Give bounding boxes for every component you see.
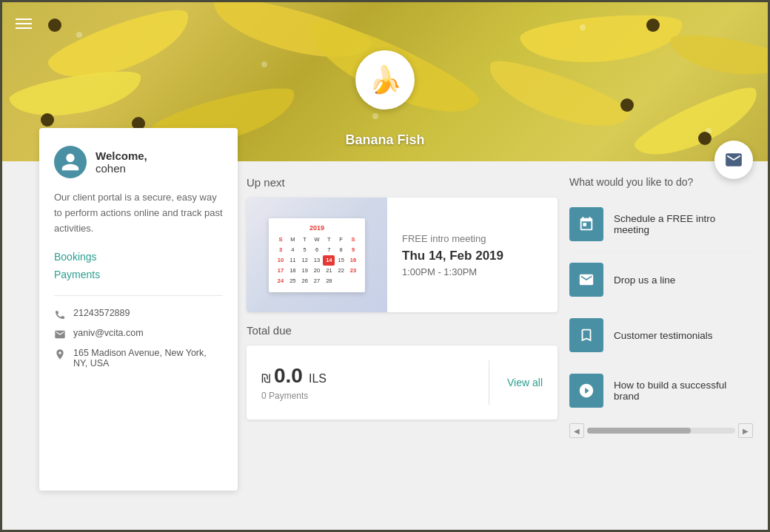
scroll-thumb	[587, 428, 691, 434]
action-item-testimonials[interactable]: Customer testimonials	[569, 308, 753, 363]
brand-name: Banana Fish	[345, 132, 424, 148]
email-icon-box	[569, 263, 603, 297]
email-contact: yaniv@vcita.com	[54, 328, 223, 340]
currency-symbol: ₪	[261, 371, 271, 385]
schedule-label: Schedule a FREE intro meeting	[614, 213, 753, 235]
vertical-divider	[489, 360, 489, 405]
address-contact: 165 Madison Avenue, New York, NY, USA	[54, 348, 223, 368]
up-next-title: Up next	[247, 176, 558, 189]
email-value: yaniv@vcita.com	[73, 328, 144, 338]
user-icon	[60, 152, 81, 172]
currency-code: ILS	[309, 372, 327, 385]
calendar-visual: 2019 SMT WTFS 345 6789 10	[247, 198, 387, 312]
action-item-schedule[interactable]: Schedule a FREE intro meeting	[569, 197, 753, 252]
calendar-grid: 2019 SMT WTFS 345 6789 10	[269, 218, 365, 292]
amount-row: ₪ 0.0 ILS	[261, 364, 471, 388]
avatar	[54, 146, 87, 178]
calendar-icon	[578, 216, 595, 232]
appointment-label: FREE intro meeting	[402, 233, 503, 244]
bookmark-icon	[578, 327, 595, 343]
up-next-section: Up next 2019 SMT WTFS	[247, 176, 558, 519]
appointment-info: FREE intro meeting Thu 14, Feb 2019 1:00…	[387, 198, 518, 312]
user-section: Welcome, cohen	[54, 146, 223, 178]
scroll-track[interactable]	[587, 428, 735, 434]
address-value: 165 Madison Avenue, New York, NY, USA	[73, 348, 223, 368]
email-fab-icon	[724, 150, 743, 169]
portal-description: Our client portal is a secure, easy way …	[54, 190, 223, 236]
appointment-card: 2019 SMT WTFS 345 6789 10	[247, 198, 558, 312]
app-container: 🍌 Banana Fish Welcome, cohen	[0, 0, 770, 532]
appointment-image: 2019 SMT WTFS 345 6789 10	[247, 198, 387, 312]
action-item-brand[interactable]: How to build a successful brand	[569, 363, 753, 419]
brand-logo: 🍌	[355, 50, 415, 110]
phone-icon	[54, 309, 66, 320]
bookings-link[interactable]: Bookings	[54, 251, 223, 263]
phone-contact: 21243572889	[54, 308, 223, 320]
scroll-bar: ◀ ▶	[569, 423, 753, 438]
sidebar-divider	[54, 295, 223, 296]
view-all-button[interactable]: View all	[507, 377, 543, 388]
testimonials-label: Customer testimonials	[614, 330, 713, 341]
phone-value: 21243572889	[73, 308, 130, 318]
sidebar-card: Welcome, cohen Our client portal is a se…	[39, 128, 238, 491]
email-action-icon	[578, 272, 595, 288]
actions-panel: What would you like to do? Schedule a FR…	[569, 176, 753, 519]
payment-count: 0 Payments	[261, 391, 471, 401]
logo-emoji: 🍌	[369, 64, 402, 95]
email-fab-button[interactable]	[714, 141, 753, 179]
payment-info: ₪ 0.0 ILS 0 Payments	[261, 364, 471, 401]
play-icon-box	[569, 374, 603, 408]
testimonials-icon-box	[569, 318, 603, 352]
action-item-contact[interactable]: Drop us a line	[569, 252, 753, 308]
menu-icon[interactable]	[16, 16, 32, 32]
amount-value: 0.0	[274, 364, 303, 388]
contact-label: Drop us a line	[614, 275, 675, 286]
actions-question: What would you like to do?	[569, 176, 753, 188]
total-due-card: ₪ 0.0 ILS 0 Payments View all	[247, 346, 558, 420]
welcome-text: Welcome, cohen	[96, 149, 147, 175]
mail-icon	[54, 329, 66, 340]
play-icon	[578, 383, 595, 399]
scroll-left-arrow[interactable]: ◀	[569, 423, 584, 438]
brand-label: How to build a successful brand	[614, 380, 753, 402]
total-due-title: Total due	[247, 324, 558, 337]
scroll-right-arrow[interactable]: ▶	[738, 423, 753, 438]
right-content: Up next 2019 SMT WTFS	[247, 161, 768, 532]
appointment-date: Thu 14, Feb 2019	[402, 249, 503, 263]
payments-link[interactable]: Payments	[54, 269, 223, 280]
location-icon	[54, 349, 66, 360]
schedule-icon-box	[569, 207, 603, 241]
main-content: Welcome, cohen Our client portal is a se…	[2, 161, 768, 532]
appointment-time: 1:00PM - 1:30PM	[402, 266, 503, 277]
